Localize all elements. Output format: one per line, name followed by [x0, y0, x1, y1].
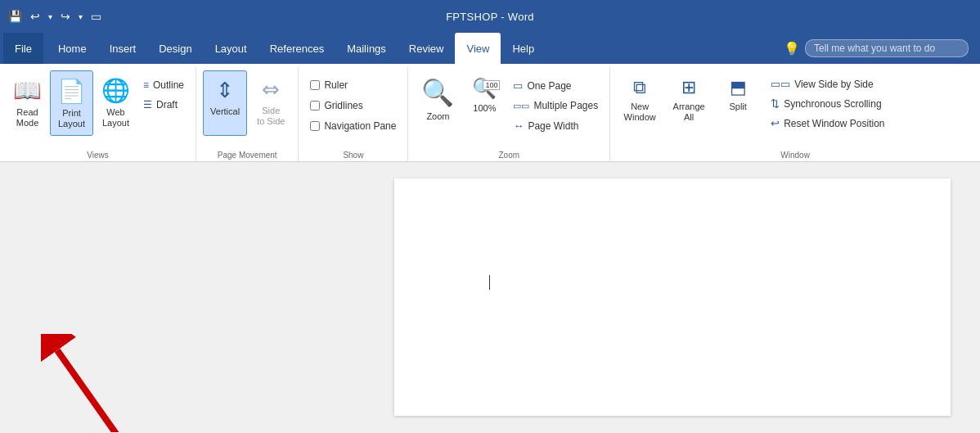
print-layout-button[interactable]: 📄 PrintLayout	[50, 70, 93, 136]
ribbon-group-page-movement: ⇕ Vertical ⇔ Sideto Side Page Movement	[196, 67, 299, 161]
page-width-icon: ↔	[513, 120, 524, 132]
app-title: FPTSHOP - Word	[446, 11, 534, 23]
ruler-checkbox-row[interactable]: Ruler	[305, 77, 353, 93]
multiple-pages-button[interactable]: ▭▭ Multiple Pages	[508, 97, 603, 114]
side-to-side-icon: ⇔	[262, 77, 280, 102]
navigation-pane-label: Navigation Pane	[324, 120, 396, 132]
gridlines-checkbox-row[interactable]: Gridlines	[305, 97, 367, 114]
outline-label: Outline	[153, 79, 184, 91]
zoom-icon: 🔍	[421, 77, 454, 108]
ruler-label: Ruler	[324, 79, 348, 91]
vertical-label: Vertical	[210, 106, 240, 117]
menu-item-design[interactable]: Design	[147, 33, 203, 64]
web-layout-icon: 🌐	[101, 77, 130, 104]
print-layout-icon: 📄	[57, 78, 86, 105]
arrange-all-button[interactable]: ⊞ ArrangeAll	[666, 70, 712, 136]
views-buttons: 📖 ReadMode 📄 PrintLayout 🌐 WebLayout ≡ O…	[7, 70, 189, 147]
left-panel	[0, 162, 364, 432]
ribbon-group-show: Ruler Gridlines Navigation Pane Show	[299, 67, 408, 161]
vertical-icon: ⇕	[216, 78, 234, 103]
zoom-100-button[interactable]: 🔍 100 100%	[464, 70, 505, 136]
ribbon: 📖 ReadMode 📄 PrintLayout 🌐 WebLayout ≡ O…	[0, 64, 980, 162]
reset-window-position-label: Reset Window Position	[784, 118, 884, 129]
menu-item-references[interactable]: References	[258, 33, 335, 64]
read-mode-button[interactable]: 📖 ReadMode	[7, 70, 48, 136]
save-button[interactable]: 💾	[7, 8, 24, 25]
menu-item-view[interactable]: View	[455, 33, 501, 64]
zoom-buttons: 🔍 Zoom 🔍 100 100% ▭ One Page ▭▭ Multiple…	[415, 70, 603, 147]
synchronous-scrolling-icon: ⇅	[771, 97, 780, 110]
zoom-100-badge: 100	[483, 80, 500, 90]
zoom-100-icon-wrapper: 🔍 100	[472, 77, 497, 100]
red-arrow	[41, 334, 172, 432]
page-width-button[interactable]: ↔ Page Width	[508, 117, 603, 134]
window-buttons: ⧉ NewWindow ⊞ ArrangeAll ⬒ Split ▭▭ View…	[617, 70, 973, 147]
menu-item-file[interactable]: File	[3, 33, 43, 64]
draft-icon: ☰	[143, 99, 152, 111]
ribbon-display[interactable]: ▭	[89, 8, 103, 25]
outline-icon: ≡	[143, 79, 149, 91]
zoom-group-label: Zoom	[415, 147, 603, 161]
menu-item-help[interactable]: Help	[501, 33, 546, 64]
vertical-button[interactable]: ⇕ Vertical	[203, 70, 247, 136]
split-icon: ⬒	[730, 77, 747, 98]
tell-me-area: 💡	[775, 33, 977, 64]
reset-window-position-button[interactable]: ↩ Reset Window Position	[764, 115, 891, 132]
undo-button[interactable]: ↩	[29, 8, 42, 25]
gridlines-label: Gridlines	[324, 100, 362, 111]
menu-item-review[interactable]: Review	[398, 33, 456, 64]
print-layout-label: PrintLayout	[58, 108, 85, 129]
ruler-checkbox[interactable]	[310, 80, 320, 90]
new-window-icon: ⧉	[633, 77, 646, 98]
navigation-pane-checkbox-row[interactable]: Navigation Pane	[305, 118, 401, 134]
ribbon-group-zoom: 🔍 Zoom 🔍 100 100% ▭ One Page ▭▭ Multiple…	[408, 67, 610, 161]
menu-item-insert[interactable]: Insert	[98, 33, 148, 64]
menu-bar: File Home Insert Design Layout Reference…	[0, 33, 980, 64]
view-side-by-side-label: View Side by Side	[794, 79, 874, 90]
svg-line-1	[57, 350, 155, 432]
reset-window-icon: ↩	[771, 117, 780, 129]
new-window-label: NewWindow	[624, 101, 656, 123]
view-side-by-side-button[interactable]: ▭▭ View Side by Side	[764, 75, 891, 92]
ribbon-group-window: ⧉ NewWindow ⊞ ArrangeAll ⬒ Split ▭▭ View…	[610, 67, 980, 161]
menu-item-mailings[interactable]: Mailings	[335, 33, 398, 64]
draft-button[interactable]: ☰ Draft	[138, 97, 189, 113]
document-area	[364, 162, 980, 432]
split-label: Split	[729, 101, 746, 112]
outline-button[interactable]: ≡ Outline	[138, 77, 189, 93]
redo-button[interactable]: ↪	[59, 8, 72, 25]
zoom-label: Zoom	[426, 111, 449, 122]
arrange-all-icon: ⊞	[681, 77, 696, 98]
split-button[interactable]: ⬒ Split	[715, 70, 761, 136]
gridlines-checkbox[interactable]	[310, 101, 320, 111]
menu-item-home[interactable]: Home	[47, 33, 98, 64]
customize-quick-access[interactable]: ▾	[77, 11, 84, 23]
tell-me-input[interactable]	[805, 39, 969, 57]
zoom-page-buttons: ▭ One Page ▭▭ Multiple Pages ↔ Page Widt…	[508, 70, 603, 134]
window-right-buttons: ▭▭ View Side by Side ⇅ Synchronous Scrol…	[764, 70, 891, 132]
multiple-pages-icon: ▭▭	[513, 101, 529, 111]
quick-access-toolbar: 💾 ↩ ▾ ↪ ▾ ▭	[7, 8, 103, 25]
zoom-button[interactable]: 🔍 Zoom	[415, 70, 461, 136]
read-mode-icon: 📖	[13, 77, 42, 104]
web-layout-button[interactable]: 🌐 WebLayout	[95, 70, 137, 136]
page-movement-buttons: ⇕ Vertical ⇔ Sideto Side	[203, 70, 291, 147]
navigation-pane-checkbox[interactable]	[310, 121, 320, 131]
read-mode-label: ReadMode	[16, 107, 39, 129]
page-area	[0, 162, 980, 432]
one-page-icon: ▭	[513, 79, 523, 92]
side-to-side-label: Sideto Side	[257, 106, 285, 127]
synchronous-scrolling-button[interactable]: ⇅ Synchronous Scrolling	[764, 95, 891, 112]
zoom-100-label: 100%	[473, 103, 496, 114]
text-cursor	[489, 275, 490, 290]
draft-label: Draft	[156, 99, 178, 111]
new-window-button[interactable]: ⧉ NewWindow	[617, 70, 663, 136]
ribbon-group-views: 📖 ReadMode 📄 PrintLayout 🌐 WebLayout ≡ O…	[0, 67, 196, 161]
lightbulb-icon: 💡	[784, 41, 800, 56]
side-to-side-button[interactable]: ⇔ Sideto Side	[250, 70, 291, 136]
one-page-button[interactable]: ▭ One Page	[508, 77, 603, 94]
page-movement-group-label: Page Movement	[203, 147, 291, 161]
undo-dropdown[interactable]: ▾	[47, 11, 54, 23]
web-layout-label: WebLayout	[102, 107, 129, 129]
menu-item-layout[interactable]: Layout	[204, 33, 258, 64]
